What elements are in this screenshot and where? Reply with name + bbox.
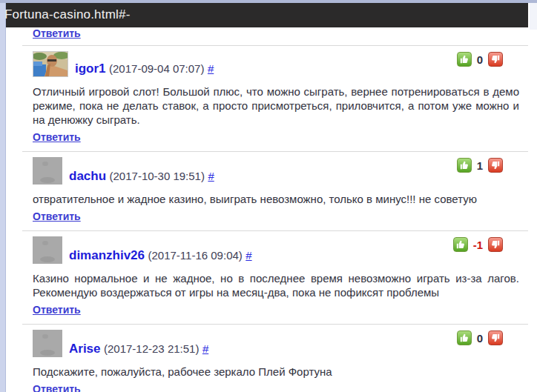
comment-header: igor1 (2017-09-04 07:07) # 0	[33, 51, 519, 77]
avatar	[33, 51, 68, 77]
rating-widget: 1	[457, 158, 503, 173]
reply-link[interactable]: Ответить	[33, 383, 81, 392]
comment: Arise (2017-12-23 21:51) # 0 Подскажите,	[22, 324, 528, 392]
page-title: Fortuna-casino.html#-	[4, 7, 131, 22]
thumbs-down-button[interactable]	[488, 158, 503, 173]
thumbs-up-button[interactable]	[457, 330, 472, 345]
default-avatar	[33, 330, 62, 357]
comment-text: Отличный игровой слот! Большой плюс, что…	[33, 84, 519, 127]
window-top-edge	[0, 0, 537, 3]
comment-header: dachu (2017-10-30 19:51) # 1	[33, 157, 519, 185]
thumbs-down-button[interactable]	[488, 52, 503, 67]
thumbs-up-icon	[455, 239, 466, 250]
reply-link[interactable]: Ответить	[33, 304, 81, 316]
comment-text: Казино нормальное и не жадное, но в посл…	[33, 271, 519, 299]
permalink-link[interactable]: #	[208, 170, 214, 182]
thumbs-down-icon	[490, 160, 501, 170]
comment: igor1 (2017-09-04 07:07) # 0 Отличный иг	[22, 45, 528, 151]
reply-link[interactable]: Ответить	[33, 27, 81, 39]
window-right-edge	[530, 0, 537, 30]
default-avatar	[33, 236, 62, 264]
reply-link[interactable]: Ответить	[33, 210, 81, 222]
thumbs-up-button[interactable]	[453, 237, 468, 252]
thumbs-down-icon	[490, 333, 501, 343]
author-line: igor1 (2017-09-04 07:07) #	[75, 62, 214, 76]
thumbs-down-button[interactable]	[488, 330, 503, 345]
browser-title-bar: Fortuna-casino.html#-	[6, 2, 528, 27]
comment-timestamp: (2017-11-16 09:04)	[148, 249, 243, 262]
comment-timestamp: (2017-12-23 21:51)	[104, 342, 199, 355]
comment: dachu (2017-10-30 19:51) # 1 отвратитель	[22, 151, 528, 230]
username-link[interactable]: dachu	[69, 169, 106, 183]
permalink-link[interactable]: #	[246, 249, 251, 262]
rating-widget: 0	[457, 52, 503, 67]
vote-count: 0	[477, 53, 483, 66]
comment-header: Arise (2017-12-23 21:51) # 0	[33, 330, 519, 357]
rating-widget: 0	[457, 330, 503, 345]
rating-widget: -1	[453, 237, 503, 252]
username-link[interactable]: dimanzhiv26	[69, 248, 145, 262]
thumbs-up-icon	[459, 333, 470, 343]
vote-count: 1	[477, 159, 483, 172]
permalink-link[interactable]: #	[202, 342, 208, 355]
author-line: dimanzhiv26 (2017-11-16 09:04) #	[69, 248, 252, 263]
vote-count: 0	[477, 332, 483, 345]
vote-count: -1	[473, 239, 483, 251]
author-line: Arise (2017-12-23 21:51) #	[69, 342, 208, 356]
comment-list: igor1 (2017-09-04 07:07) # 0 Отличный иг	[22, 45, 528, 392]
comment-timestamp: (2017-09-04 07:07)	[109, 62, 204, 75]
comments-section: Ответить	[22, 27, 528, 392]
thumbs-up-button[interactable]	[457, 52, 472, 67]
comment: dimanzhiv26 (2017-11-16 09:04) # -1 Кази	[22, 230, 528, 324]
thumbs-down-icon	[490, 54, 501, 64]
comment-text: отвратительное и жадное казино, выиграть…	[33, 192, 519, 206]
thumbs-up-icon	[459, 54, 470, 64]
author-line: dachu (2017-10-30 19:51) #	[69, 169, 214, 184]
thumbs-up-button[interactable]	[457, 158, 472, 173]
permalink-link[interactable]: #	[208, 62, 214, 75]
window-left-edge	[0, 0, 6, 392]
comment-header: dimanzhiv26 (2017-11-16 09:04) # -1	[33, 236, 519, 264]
username-link[interactable]: Arise	[69, 342, 101, 356]
thumbs-down-icon	[490, 239, 501, 250]
thumbs-down-button[interactable]	[488, 237, 503, 252]
comment-text: Подскажите, пожалуйста, рабочее зеркало …	[33, 365, 519, 379]
thumbs-up-icon	[459, 160, 470, 170]
reply-link[interactable]: Ответить	[33, 131, 81, 143]
default-avatar	[33, 157, 62, 185]
username-link[interactable]: igor1	[75, 62, 106, 76]
comment-timestamp: (2017-10-30 19:51)	[110, 170, 205, 182]
